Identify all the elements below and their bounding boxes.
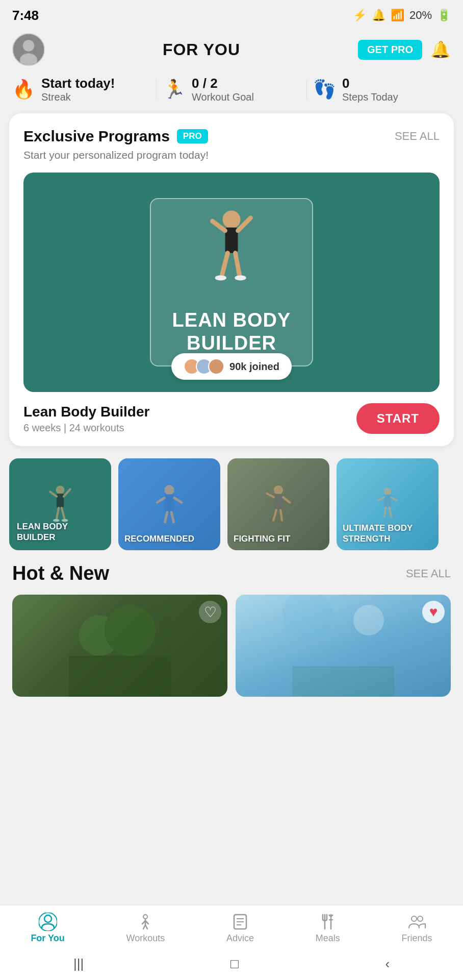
- joined-avatar-3: [208, 358, 224, 375]
- battery-icon: 20%: [409, 9, 432, 22]
- svg-line-27: [267, 494, 274, 497]
- program-banner[interactable]: LEAN BODY BUILDER 90k joined: [23, 173, 440, 392]
- svg-line-28: [283, 497, 290, 503]
- svg-line-30: [280, 510, 282, 520]
- svg-point-61: [418, 916, 423, 921]
- steps-icon: 👣: [313, 79, 336, 100]
- hot-card-2[interactable]: ♥: [236, 595, 451, 697]
- program-figure: [181, 189, 282, 327]
- hot-new-title: Hot & New: [12, 562, 109, 584]
- svg-line-24: [171, 512, 173, 522]
- thumb-ultimate-body-strength[interactable]: Ultimate BodyStrength: [337, 458, 439, 550]
- android-back-btn[interactable]: ‹: [385, 956, 390, 972]
- svg-line-29: [273, 510, 276, 520]
- steps-value: 0: [342, 76, 398, 91]
- nav-friends-label: Friends: [402, 933, 432, 944]
- wifi-icon: 📶: [391, 9, 404, 22]
- for-you-nav-icon: [39, 913, 57, 931]
- thumb-label-1: LEAN BODYBUILDER: [17, 522, 104, 543]
- notification-bell-icon[interactable]: 🔔: [430, 40, 451, 59]
- workout-goal-stat: 🏃 0 / 2 Workout Goal: [163, 76, 300, 103]
- streak-value: Start today!: [41, 76, 115, 91]
- svg-point-19: [164, 485, 174, 495]
- svg-point-3: [223, 211, 241, 229]
- bottom-nav-wrapper: For You Workouts Advice: [0, 905, 463, 980]
- program-thumbnails: LEAN BODYBUILDER Recommended: [0, 458, 463, 562]
- nav-friends[interactable]: Friends: [402, 913, 432, 944]
- card-subtitle: Start your personalized program today!: [23, 149, 440, 161]
- svg-point-38: [105, 605, 156, 656]
- workout-icon: 🏃: [163, 79, 186, 100]
- svg-point-10: [235, 275, 246, 280]
- workout-goal-value: 0 / 2: [192, 76, 254, 91]
- svg-line-21: [157, 498, 164, 502]
- see-all-button[interactable]: SEE ALL: [395, 130, 440, 143]
- svg-line-36: [390, 507, 392, 517]
- svg-point-60: [411, 916, 417, 921]
- hot-card-1-bg: [12, 595, 227, 697]
- program-details: Lean Body Builder 6 weeks | 24 workouts: [23, 404, 149, 434]
- hot-new-see-all[interactable]: SEE ALL: [406, 567, 451, 580]
- nav-workouts-label: Workouts: [126, 933, 165, 944]
- svg-point-11: [56, 486, 65, 495]
- advice-nav-icon: [231, 913, 249, 931]
- card-title-row: Exclusive Programs PRO: [23, 128, 208, 145]
- thumb-fighting-fit[interactable]: Fighting Fit: [227, 458, 329, 550]
- hot-card-2-bg: [236, 595, 451, 697]
- status-bar: 7:48 ⚡ 🔔 📶 20% 🔋: [0, 0, 463, 31]
- section-header: Hot & New SEE ALL: [12, 562, 451, 584]
- workouts-nav-icon: [136, 913, 155, 931]
- svg-rect-12: [57, 494, 64, 508]
- nav-workouts[interactable]: Workouts: [126, 913, 165, 944]
- start-button[interactable]: START: [356, 403, 440, 434]
- get-pro-button[interactable]: GET PRO: [358, 40, 422, 60]
- svg-point-1: [23, 40, 35, 52]
- steps-today-stat: 👣 0 Steps Today: [313, 76, 451, 103]
- joined-pill: 90k joined: [171, 353, 292, 380]
- status-icons: ⚡ 🔔 📶 20% 🔋: [353, 9, 451, 22]
- nav-for-you[interactable]: For You: [31, 913, 64, 944]
- stat-divider-1: [156, 79, 157, 100]
- android-navigation: ||| □ ‹: [0, 950, 463, 980]
- svg-point-9: [215, 275, 227, 280]
- bottom-navigation: For You Workouts Advice: [0, 905, 463, 950]
- thumb-lean-body-builder[interactable]: LEAN BODYBUILDER: [9, 458, 111, 550]
- svg-line-15: [57, 508, 59, 519]
- svg-point-25: [274, 485, 283, 495]
- hot-and-new-section: Hot & New SEE ALL ♡ ♥: [0, 562, 463, 709]
- thumb-recommended[interactable]: Recommended: [118, 458, 220, 550]
- svg-line-14: [64, 489, 70, 497]
- joined-count: 90k joined: [229, 361, 279, 373]
- android-home-btn[interactable]: □: [230, 956, 239, 972]
- android-menu-btn[interactable]: |||: [73, 956, 84, 972]
- thumb-label-4: Ultimate BodyStrength: [343, 523, 432, 544]
- nav-for-you-label: For You: [31, 933, 64, 944]
- svg-line-33: [378, 498, 384, 501]
- program-info-row: Lean Body Builder 6 weeks | 24 workouts …: [23, 403, 440, 434]
- svg-point-31: [384, 488, 391, 495]
- volume-icon: 🔔: [372, 9, 385, 22]
- svg-line-34: [391, 498, 397, 501]
- nav-meals[interactable]: Meals: [316, 913, 340, 944]
- svg-line-7: [222, 253, 227, 276]
- header: FOR YOU GET PRO 🔔: [0, 31, 463, 71]
- nav-advice[interactable]: Advice: [226, 913, 254, 944]
- svg-rect-26: [274, 494, 283, 510]
- svg-line-35: [384, 507, 385, 517]
- program-meta: 6 weeks | 24 workouts: [23, 422, 149, 434]
- svg-point-40: [353, 605, 384, 635]
- header-actions: GET PRO 🔔: [358, 40, 451, 60]
- svg-rect-32: [384, 495, 391, 507]
- friends-nav-icon: [408, 913, 426, 931]
- card-header: Exclusive Programs PRO SEE ALL: [23, 128, 440, 145]
- stat-divider-2: [306, 79, 307, 100]
- program-banner-title: LEAN BODY BUILDER: [151, 309, 312, 355]
- steps-label: Steps Today: [342, 91, 398, 103]
- hot-card-1[interactable]: ♡: [12, 595, 227, 697]
- svg-point-43: [44, 915, 52, 922]
- svg-line-8: [236, 253, 240, 276]
- svg-rect-41: [292, 666, 394, 697]
- exclusive-programs-card: Exclusive Programs PRO SEE ALL Start you…: [9, 113, 454, 446]
- avatar[interactable]: [12, 33, 45, 66]
- stats-bar: 🔥 Start today! Streak 🏃 0 / 2 Workout Go…: [0, 71, 463, 113]
